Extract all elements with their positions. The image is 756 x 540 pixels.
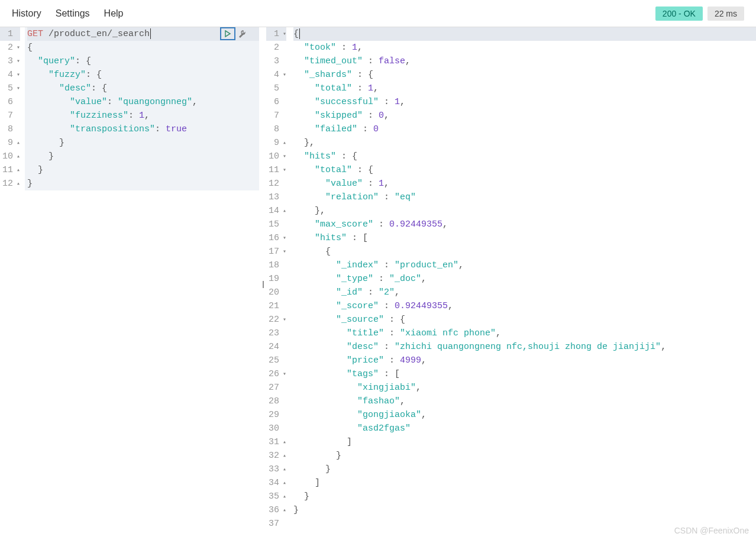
code-line: "fuzzy": {: [27, 68, 259, 82]
gutter-line: 17▾: [266, 245, 286, 258]
menu-help[interactable]: Help: [104, 8, 124, 19]
response-viewer[interactable]: { "took" : 1, "timed_out" : false, "_sha…: [291, 27, 756, 531]
menu-settings[interactable]: Settings: [56, 8, 90, 19]
run-query-button[interactable]: [220, 27, 235, 40]
code-line: }: [27, 136, 259, 150]
code-line: "total" : {: [293, 163, 756, 177]
code-line: "gongjiaoka",: [293, 408, 756, 422]
text-caret: [150, 28, 151, 39]
fold-toggle[interactable]: ▾: [280, 245, 286, 258]
code-line: "timed_out" : false,: [293, 54, 756, 68]
fold-toggle[interactable]: ▴: [14, 177, 20, 190]
gutter-line: 19: [266, 272, 286, 286]
gutter-line: 4▾: [266, 68, 286, 82]
fold-toggle[interactable]: ▴: [280, 136, 286, 150]
gutter-line: 5: [266, 82, 286, 95]
action-buttons: [220, 27, 248, 40]
code-line: "tags" : [: [293, 367, 756, 381]
settings-query-button[interactable]: [235, 27, 248, 40]
fold-toggle[interactable]: ▴: [280, 490, 286, 503]
fold-toggle[interactable]: ▴: [14, 163, 20, 177]
gutter-line: 16▾: [266, 231, 286, 245]
gutter-line: 10▾: [266, 150, 286, 163]
code-line: "_score" : 0.92449355,: [293, 299, 756, 313]
code-line: "value": "quangongnneg",: [27, 95, 259, 109]
request-gutter: 12▾3▾4▾5▾6789▴10▴11▴12▴: [0, 27, 25, 190]
gutter-line: 6: [266, 95, 286, 109]
code-line: "skipped" : 0,: [293, 109, 756, 122]
code-line: "fashao",: [293, 395, 756, 408]
fold-toggle[interactable]: ▾: [280, 150, 286, 163]
gutter-line: 11▾: [266, 163, 286, 177]
fold-toggle[interactable]: ▾: [280, 163, 286, 177]
gutter-line: 35▴: [266, 490, 286, 503]
code-line: "relation" : "eq": [293, 190, 756, 204]
fold-toggle[interactable]: ▾: [280, 367, 286, 381]
code-line: {: [27, 41, 259, 54]
gutter-line: 36▴: [266, 503, 286, 517]
code-line: "hits" : [: [293, 231, 756, 245]
request-editor[interactable]: GET /product_en/_search{ "query": { "fuz…: [25, 27, 259, 190]
code-line: "successful" : 1,: [293, 95, 756, 109]
play-icon: [224, 30, 231, 37]
code-line: "failed" : 0: [293, 122, 756, 136]
code-line: "hits" : {: [293, 150, 756, 163]
fold-toggle[interactable]: ▾: [280, 231, 286, 245]
menubar-left: History Settings Help: [12, 8, 124, 19]
fold-toggle[interactable]: ▴: [280, 463, 286, 476]
code-line: "_index" : "product_en",: [293, 258, 756, 272]
gutter-line: 14▴: [266, 204, 286, 218]
code-line: "_source" : {: [293, 313, 756, 326]
gutter-line: 3: [266, 54, 286, 68]
code-line: "total" : 1,: [293, 82, 756, 95]
fold-toggle[interactable]: ▴: [280, 435, 286, 449]
status-badge: 200 - OK: [655, 7, 703, 21]
fold-toggle[interactable]: ▴: [280, 476, 286, 490]
code-line: "desc" : "zhichi quangongneng nfc,shouji…: [293, 340, 756, 354]
text-caret: [299, 28, 300, 39]
gutter-line: 8: [0, 122, 20, 136]
gutter-line: 37: [266, 517, 286, 531]
code-line: "took" : 1,: [293, 41, 756, 54]
code-line: }: [27, 177, 259, 190]
fold-toggle[interactable]: ▴: [280, 503, 286, 517]
gutter-line: 33▴: [266, 463, 286, 476]
code-line: "max_score" : 0.92449355,: [293, 218, 756, 231]
fold-toggle[interactable]: ▾: [14, 68, 20, 82]
fold-toggle[interactable]: ▾: [14, 54, 20, 68]
request-pane: 12▾3▾4▾5▾6789▴10▴11▴12▴ GET /product_en/…: [0, 27, 259, 540]
fold-toggle[interactable]: ▴: [280, 449, 286, 463]
fold-toggle[interactable]: ▴: [14, 150, 20, 163]
code-line: "transpositions": true: [27, 122, 259, 136]
gutter-line: 31▴: [266, 435, 286, 449]
fold-toggle[interactable]: ▾: [14, 82, 20, 95]
code-line: "price" : 4999,: [293, 354, 756, 367]
menu-history[interactable]: History: [12, 8, 41, 19]
code-line: "_shards" : {: [293, 68, 756, 82]
gutter-line: 11▴: [0, 163, 20, 177]
gutter-line: 9▴: [266, 136, 286, 150]
gutter-line: 26▾: [266, 367, 286, 381]
code-line: ]: [293, 476, 756, 490]
code-line: "_id" : "2",: [293, 286, 756, 299]
menubar: History Settings Help 200 - OK 22 ms: [0, 0, 756, 27]
watermark: CSDN @FeenixOne: [674, 526, 749, 535]
code-line: "_type" : "_doc",: [293, 272, 756, 286]
gutter-line: 1: [0, 27, 20, 41]
gutter-line: 25: [266, 354, 286, 367]
fold-toggle[interactable]: ▴: [280, 204, 286, 218]
gutter-line: 8: [266, 122, 286, 136]
code-line: }: [27, 150, 259, 163]
code-line: "value" : 1,: [293, 177, 756, 190]
code-line: "asd2fgas": [293, 422, 756, 435]
fold-toggle[interactable]: ▴: [14, 136, 20, 150]
gutter-line: 30: [266, 422, 286, 435]
fold-toggle[interactable]: ▾: [14, 41, 20, 54]
code-line: }: [293, 463, 756, 476]
wrench-icon: [238, 30, 246, 38]
fold-toggle[interactable]: ▾: [280, 313, 286, 326]
pane-splitter[interactable]: ||: [259, 27, 266, 540]
fold-toggle[interactable]: ▾: [280, 27, 286, 41]
fold-toggle[interactable]: ▾: [280, 68, 286, 82]
response-gutter: 1▾234▾56789▴10▾11▾121314▴1516▾17▾1819202…: [266, 27, 291, 531]
